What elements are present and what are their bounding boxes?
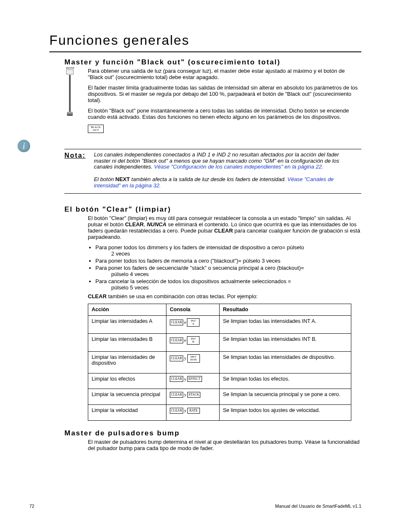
th-accion: Acción — [88, 304, 166, 315]
fader-knob — [67, 112, 73, 116]
t: Para poner todos los dimmers y los fader… — [95, 244, 304, 251]
conj: e — [183, 320, 187, 325]
key-clear: CLEAR — [170, 392, 183, 398]
cell-resultado: Se limpian todas los efectos. — [220, 373, 351, 389]
table-row: Limpiar las intensidades B CLEAReINTB Se… — [88, 333, 351, 351]
cell-consola: CLEARyRATE — [166, 404, 220, 420]
cell-consola: CLEARyEFFECT — [166, 373, 220, 389]
section-heading-master: Master y función "Black out" (oscurecimi… — [64, 58, 361, 66]
t: Para poner los faders de secuencia/de "s… — [95, 265, 304, 271]
section-heading-clear: El botón "Clear" (limpiar) — [64, 205, 361, 214]
doc-title-footer: Manual del Usuario de SmartFadeML v1.1 — [275, 504, 361, 509]
key-clear: CLEAR — [170, 376, 183, 382]
list-item: Para poner todos los dimmers y los fader… — [95, 245, 361, 257]
para: El master de pulsadores bump determina e… — [88, 439, 361, 452]
conj: e — [183, 338, 187, 343]
section-bump-body: El master de pulsadores bump determina e… — [88, 439, 361, 452]
key-rate: RATE — [187, 408, 200, 414]
para: CLEAR también se usa en combinación con … — [88, 294, 361, 300]
list-item: Para poner los faders de secuencia/de "s… — [95, 265, 361, 278]
section-heading-bump: Master de pulsadores bump — [64, 429, 361, 437]
th-resultado: Resultado — [220, 304, 351, 315]
cell-accion: Limpiar los efectos — [88, 373, 166, 389]
key-clear: CLEAR — [170, 408, 183, 414]
cell-accion: Limpiar la velocidad — [88, 404, 166, 420]
t: CLEAR — [125, 221, 144, 228]
key-stack: STACK — [187, 392, 201, 398]
cell-consola: CLEAReINTB — [166, 333, 220, 351]
fader-track — [69, 75, 71, 113]
conj: y — [183, 392, 187, 397]
note-body: Los canales independientes conectados a … — [94, 152, 340, 189]
list-item: Para cancelar la selección de todos los … — [95, 279, 361, 291]
note-bold: NEXT — [115, 176, 130, 182]
cell-accion: Limpiar las intensidades A — [88, 315, 166, 333]
cell-accion: Limpiar la secuencia principal — [88, 389, 166, 405]
key-int-a: INTA — [187, 318, 200, 327]
note-text: El botón — [94, 176, 115, 182]
t: Para poner todos los faders de memoria a… — [95, 258, 280, 264]
page: Funciones generales MASTER Master y func… — [0, 0, 399, 532]
t: púlselo 4 veces — [111, 271, 361, 278]
cell-accion: Limpiar las intensidades de dispositivo — [88, 351, 166, 373]
note-block: Nota: Los canales independientes conecta… — [64, 152, 361, 189]
key-int-b: INTB — [187, 336, 200, 345]
clear-table: Acción Consola Resultado Limpiar las int… — [88, 304, 351, 420]
cell-resultado: Se limpian todos los ajustes de velocida… — [220, 404, 351, 420]
key-clear: CLEAR — [170, 320, 183, 325]
master-fader-graphic: MASTER — [66, 67, 74, 113]
key-effect: EFFECT — [187, 376, 202, 382]
cell-consola: CLEARySTACK — [166, 389, 220, 405]
table-row: Limpiar la velocidad CLEARyRATE Se limpi… — [88, 404, 351, 420]
note-link-1[interactable]: Véase "Configuración de los canales inde… — [154, 164, 323, 170]
section-clear-body: El botón "Clear" (limpiar) es muy útil p… — [88, 215, 361, 420]
t: púlselo 5 veces — [111, 285, 361, 291]
t: también se usa en combinación con otras … — [107, 293, 258, 299]
cell-resultado: Se limpian todas las intensidades de dis… — [220, 351, 351, 373]
cell-resultado: Se limpian todas las intensidades INT A. — [220, 315, 351, 333]
fader-cap — [66, 69, 74, 74]
rule — [64, 149, 361, 149]
para: El botón "Black out" pone instantáneamen… — [88, 108, 361, 120]
bullet-list: Para poner todos los dimmers y los fader… — [88, 245, 361, 291]
t: CLEAR — [88, 293, 107, 299]
para: El botón "Clear" (limpiar) es muy útil p… — [88, 215, 361, 240]
conj: y — [183, 408, 187, 413]
t: , — [144, 221, 147, 228]
cell-accion: Limpiar las intensidades B — [88, 333, 166, 351]
key-dev-inte: DEVINTE — [187, 354, 200, 363]
key-blackout: BLACKOUT — [88, 125, 104, 133]
table-row: Limpiar la secuencia principal CLEARySTA… — [88, 389, 351, 405]
rule — [64, 193, 361, 194]
t: CLEAR — [214, 228, 233, 234]
chapter-title: Funciones generales — [49, 33, 361, 48]
cell-consola: CLEARyDEVINTE — [166, 351, 220, 373]
para: El fader master limita gradualmente toda… — [88, 85, 361, 104]
list-item: Para poner todos los faders de memoria a… — [95, 258, 361, 264]
cell-resultado: Se limpian todas las intensidades INT B. — [220, 333, 351, 351]
key-clear: CLEAR — [170, 356, 183, 361]
t: NUNCA — [147, 221, 166, 228]
key-clear: CLEAR — [170, 338, 183, 343]
page-footer: 72 Manual del Usuario de SmartFadeML v1.… — [29, 504, 361, 509]
table-header-row: Acción Consola Resultado — [88, 304, 351, 315]
table-row: Limpiar las intensidades de dispositivo … — [88, 351, 351, 373]
table-row: Limpiar las intensidades A CLEAReINTA Se… — [88, 315, 351, 333]
t: 2 veces — [111, 251, 361, 257]
cell-consola: CLEAReINTA — [166, 315, 220, 333]
master-fader-label: MASTER — [66, 67, 74, 69]
blackout-key-graphic: BLACKOUT — [88, 125, 361, 133]
page-number: 72 — [29, 504, 34, 509]
th-consola: Consola — [166, 304, 220, 315]
rule — [49, 51, 361, 52]
t: Para cancelar la selección de todos los … — [95, 278, 291, 284]
cell-resultado: Se limpian la secuencia principal y se p… — [220, 389, 351, 405]
section-master-body: Para obtener una salida de luz (para con… — [88, 68, 361, 133]
para: Para obtener una salida de luz (para con… — [88, 68, 361, 81]
conj: y — [183, 376, 187, 381]
conj: y — [183, 356, 187, 361]
info-icon: i — [18, 140, 32, 154]
table-row: Limpiar los efectos CLEARyEFFECT Se limp… — [88, 373, 351, 389]
note-label: Nota: — [64, 152, 92, 159]
note-text: también afecta a la salida de luz desde … — [130, 176, 287, 182]
